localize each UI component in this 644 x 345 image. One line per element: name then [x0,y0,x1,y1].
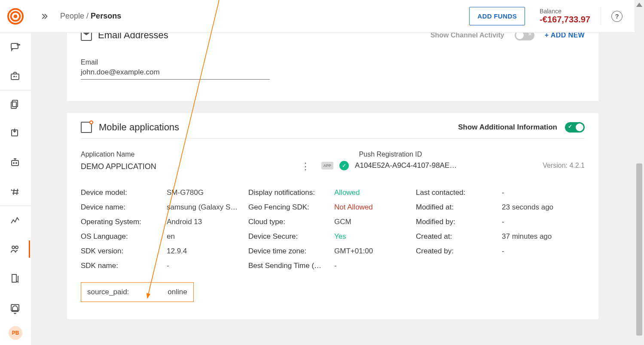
os-lang-label: OS Language: [81,232,167,241]
created-by-value: - [502,247,585,256]
os-lang-value: en [167,232,248,241]
email-section-icon [81,33,92,41]
last-contacted-value: - [502,188,585,197]
modified-at-label: Modified at: [416,203,502,212]
device-secure-label: Device Secure: [248,232,334,241]
created-at-value: 37 minutes ago [502,232,585,241]
source-paid-label: source_paid: [87,288,129,296]
created-at-label: Created at: [416,232,502,241]
import-icon [10,128,20,139]
bell-icon [10,304,20,314]
show-additional-info-label: Show Additional Information [458,123,557,132]
svg-point-15 [15,246,18,249]
device-name-label: Device name: [81,203,167,212]
briefcase-icon [10,71,20,81]
display-notifications-value: Allowed [334,188,416,197]
modified-by-label: Modified by: [416,218,502,226]
display-notifications-label: Display notifications: [248,188,334,197]
nav-tags[interactable] [1,270,30,287]
nav-docs[interactable] [1,95,30,113]
email-field-value[interactable]: john.doe@example.com [81,68,270,80]
sdk-name-label: SDK name: [81,262,167,270]
device-name-value: samsung (Galaxy S… [167,203,248,212]
show-channel-activity-label: Show Channel Activity [430,33,504,39]
header: People / Persons ADD FUNDS Balance -€167… [31,0,635,33]
show-additional-info-toggle[interactable] [565,122,585,132]
show-channel-activity-toggle[interactable] [515,33,534,40]
svg-point-12 [13,163,14,163]
svg-point-4 [17,44,18,45]
source-paid-value: online [168,288,187,296]
mobile-section-title: Mobile applications [99,122,179,133]
chat-icon [10,42,20,52]
breadcrumb-root[interactable]: People [60,12,84,20]
device-secure-value: Yes [334,232,416,241]
help-button[interactable]: ? [611,11,623,22]
docs-icon [10,99,20,109]
sidebar: PB [0,0,31,345]
breadcrumb-leaf: Persons [91,12,121,20]
device-model-value: SM-G780G [167,188,248,197]
balance-value: -€167,733.97 [540,15,590,25]
svg-point-14 [12,246,15,249]
bookmark-icon [10,273,20,283]
modified-by-value: - [502,218,585,226]
app-more-button[interactable]: ⋮ [298,161,313,172]
divider [601,8,601,25]
app-version: Version: 4.2.1 [543,162,585,169]
main-content: Email Addresses Show Channel Activity + … [31,33,635,345]
sdk-name-value: - [167,262,248,270]
cloud-type-label: Cloud type: [248,218,334,226]
svg-point-5 [18,44,19,45]
push-registration-label: Push Registration ID [359,151,585,158]
os-label: Operating System: [81,218,167,226]
nav-bot[interactable] [1,154,30,171]
device-tz-label: Device time zone: [248,247,334,256]
scrollbar[interactable] [636,9,642,336]
sdk-version-value: 12.9.4 [167,247,248,256]
svg-rect-11 [12,160,18,166]
push-registration-id: A104E52A-A9C4-4107-98AE… [355,161,457,170]
svg-rect-8 [12,100,18,107]
svg-point-6 [19,44,20,45]
application-name-label: Application Name [81,151,313,158]
add-new-email-button[interactable]: + ADD NEW [545,33,585,39]
created-by-label: Created by: [416,247,502,256]
svg-rect-9 [11,102,16,108]
breadcrumb-sep: / [86,12,89,20]
add-funds-button[interactable]: ADD FUNDS [469,7,525,25]
svg-rect-16 [12,274,16,282]
people-icon [10,244,20,254]
geo-fencing-value: Not Allowed [334,203,416,212]
nav-import[interactable] [1,125,30,142]
best-sending-value: - [334,262,416,270]
os-value: Android 13 [167,218,248,226]
nav-embed[interactable] [1,68,30,85]
device-model-label: Device model: [81,188,167,197]
nav-hash[interactable] [1,183,30,200]
nav-notifications[interactable] [1,300,30,317]
svg-point-13 [16,163,17,163]
nav-moments[interactable] [1,38,30,55]
best-sending-label: Best Sending Time (… [248,262,334,270]
balance-label: Balance [540,8,590,15]
nav-analytics[interactable] [1,211,30,228]
scroll-up-icon [636,3,642,7]
hash-icon [10,187,20,197]
balance-block: Balance -€167,733.97 [535,8,590,25]
app-badge: APP [321,162,334,169]
geo-fencing-label: Geo Fencing SDK: [248,203,334,212]
brand-logo[interactable] [0,0,31,33]
breadcrumb: People / Persons [60,12,121,21]
avatar[interactable]: PB [9,326,22,340]
expand-sidebar-button[interactable] [39,11,50,22]
mobile-applications-card: Mobile applications Show Additional Info… [67,113,598,319]
nav-people[interactable] [1,240,30,258]
device-details-grid: Device model: SM-G780G Display notificat… [81,188,585,270]
logo-icon [7,8,24,25]
chart-line-icon [10,215,20,225]
chevrons-right-icon [40,12,49,21]
application-name-value: DEMO APPLICATION [81,162,156,171]
scrollbar-thumb[interactable] [636,163,642,336]
bot-icon [10,157,20,168]
